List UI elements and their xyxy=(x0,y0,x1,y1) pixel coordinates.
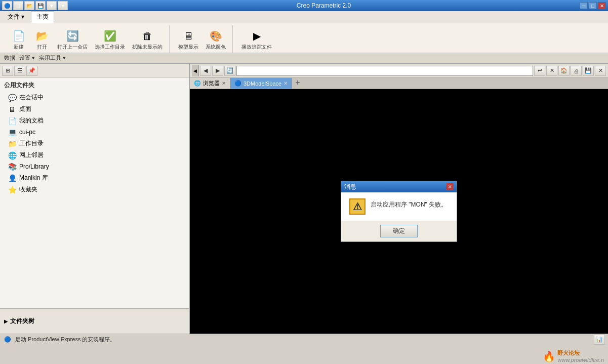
tab-3d-close[interactable]: ✕ xyxy=(283,80,288,86)
menu-home[interactable]: 主页 xyxy=(31,11,54,23)
sidebar-item-session[interactable]: 💬 在会话中 xyxy=(0,92,189,103)
sidebar-item-workdir[interactable]: 📁 工作目录 xyxy=(0,138,189,149)
btn-system-color[interactable]: 🎨 系统颜色 xyxy=(203,26,228,52)
browser-tab-icon: 🌐 xyxy=(194,80,201,87)
dialog-title: 消息 xyxy=(344,183,356,191)
sidebar-pin-btn[interactable]: 📌 xyxy=(26,66,37,76)
btn-playback[interactable]: ▶ 播放追踪文件 xyxy=(239,26,274,52)
main-area: ⊞ ☰ 📌 公用文件夹 💬 在会话中 🖥 桌面 📄 我的文档 💻 cui-pc … xyxy=(0,64,608,334)
maximize-btn[interactable]: □ xyxy=(589,2,597,9)
dropdown-btn[interactable]: ▼ xyxy=(47,1,57,10)
home-btn[interactable]: 🏠 xyxy=(558,66,570,76)
status-action-btn[interactable]: 📊 xyxy=(594,335,605,345)
btn-model-display[interactable]: 🖥 模型显示 xyxy=(176,26,201,52)
sidebar-item-favorites-label: 收藏夹 xyxy=(19,185,37,194)
dialog-box: 消息 ✕ ⚠ 启动应用程序 "MON" 失败。 确定 xyxy=(341,181,457,242)
btn-open[interactable]: 📂 打开 xyxy=(31,26,53,52)
btn-open-label: 打开 xyxy=(37,44,47,50)
close-btn[interactable]: ✕ xyxy=(598,2,606,9)
title-bar-left: 🔵 □ 📂 💾 ▼ ▾ xyxy=(2,1,68,10)
btn-select-dir-label: 选择工作目录 xyxy=(95,44,125,50)
ribbon-group-data: 📄 新建 📂 打开 🔄 打开上一会话 ✅ 选择工作目录 🗑 拭除未显 xyxy=(4,25,170,53)
ribbon-content: 📄 新建 📂 打开 🔄 打开上一会话 ✅ 选择工作目录 🗑 拭除未显 xyxy=(0,23,608,53)
tab-bar: 🌐 浏览器 ✕ 🔵 3DModelSpace ✕ + xyxy=(190,78,608,89)
fire-icon: 🔥 xyxy=(543,350,555,362)
tab-browser[interactable]: 🌐 浏览器 ✕ xyxy=(190,78,230,89)
footer-settings[interactable]: 设置 ▾ xyxy=(19,54,35,62)
ribbon-group-settings: 🖥 模型显示 🎨 系统颜色 xyxy=(172,25,233,53)
menu-bar: 文件 ▾ 主页 xyxy=(0,11,608,23)
sidebar-item-workdir-label: 工作目录 xyxy=(19,139,44,148)
btn-open-last-label: 打开上一会话 xyxy=(57,44,88,50)
print-btn[interactable]: 🖨 xyxy=(571,66,582,76)
app-title: Creo Parametric 2.0 xyxy=(68,2,580,9)
stop-btn[interactable]: ✕ xyxy=(546,66,557,76)
dialog-ok-btn[interactable]: 确定 xyxy=(380,225,418,237)
sidebar: ⊞ ☰ 📌 公用文件夹 💬 在会话中 🖥 桌面 📄 我的文档 💻 cui-pc … xyxy=(0,64,190,334)
save-btn[interactable]: 💾 xyxy=(35,1,46,10)
sidebar-item-manikin[interactable]: 👤 Manikin 库 xyxy=(0,172,189,184)
footer-utils[interactable]: 实用工具 ▾ xyxy=(39,54,66,62)
footer-data[interactable]: 数据 xyxy=(4,54,15,62)
app-icon: 🔵 xyxy=(2,1,12,10)
open-last-icon: 🔄 xyxy=(64,28,80,44)
close-panel-btn[interactable]: ✕ xyxy=(595,66,606,76)
open-btn[interactable]: 📂 xyxy=(24,1,34,10)
btn-model-display-label: 模型显示 xyxy=(178,44,198,50)
forward-btn[interactable]: ▶ xyxy=(212,66,223,76)
right-panel: ◀ ◀ ▶ 🔄 ↩ ✕ 🏠 🖨 💾 ✕ 🌐 浏览器 ✕ 🔵 3DModelSpa… xyxy=(190,64,608,334)
btn-select-dir[interactable]: ✅ 选择工作目录 xyxy=(92,26,128,52)
add-tab-btn[interactable]: + xyxy=(292,78,303,89)
sidebar-item-documents-label: 我的文档 xyxy=(19,116,44,125)
erase-icon: 🗑 xyxy=(139,28,155,44)
status-logo-icon: 🔵 xyxy=(3,335,12,344)
sidebar-item-desktop[interactable]: 🖥 桌面 xyxy=(0,103,189,115)
ribbon-footer: 数据 设置 ▾ 实用工具 ▾ xyxy=(0,53,608,63)
sidebar-item-favorites[interactable]: ⭐ 收藏夹 xyxy=(0,184,189,195)
new-icon: 📄 xyxy=(11,28,27,44)
computer-icon: 💻 xyxy=(8,128,16,136)
sidebar-item-prolibrary[interactable]: 📚 Pro/Library xyxy=(0,161,189,172)
extra-btn[interactable]: ▾ xyxy=(58,1,68,10)
btn-open-last[interactable]: 🔄 打开上一会话 xyxy=(55,26,90,52)
open-icon: 📂 xyxy=(34,28,50,44)
sidebar-item-documents[interactable]: 📄 我的文档 xyxy=(0,115,189,127)
minimize-btn[interactable]: ─ xyxy=(580,2,588,9)
refresh-btn[interactable]: 🔄 xyxy=(224,66,235,76)
sidebar-toolbar: ⊞ ☰ 📌 xyxy=(0,64,189,78)
status-right: 📊 🔥 野火论坛 www.proewildfire.n xyxy=(594,335,605,345)
prolibrary-icon: 📚 xyxy=(8,163,16,171)
go-back-btn[interactable]: ↩ xyxy=(534,66,545,76)
ribbon-buttons-utils: ▶ 播放追踪文件 xyxy=(239,26,274,52)
tab-3dmodelspace[interactable]: 🔵 3DModelSpace ✕ xyxy=(230,78,292,89)
dialog-message: 启动应用程序 "MON" 失败。 xyxy=(371,198,447,209)
browser-toolbar: ◀ ◀ ▶ 🔄 ↩ ✕ 🏠 🖨 💾 ✕ xyxy=(190,64,608,78)
ribbon-buttons-settings: 🖥 模型显示 🎨 系统颜色 xyxy=(176,26,228,52)
sidebar-item-computer[interactable]: 💻 cui-pc xyxy=(0,127,189,138)
sidebar-item-network-label: 网上邻居 xyxy=(19,151,44,159)
ribbon-buttons-data: 📄 新建 📂 打开 🔄 打开上一会话 ✅ 选择工作目录 🗑 拭除未显 xyxy=(8,26,165,52)
back-btn[interactable]: ◀ xyxy=(200,66,211,76)
desktop-icon: 🖥 xyxy=(8,105,16,113)
save-browser-btn[interactable]: 💾 xyxy=(583,66,594,76)
sidebar-folder-label: 公用文件夹 xyxy=(0,78,189,92)
url-bar[interactable] xyxy=(236,66,533,76)
3d-tab-icon: 🔵 xyxy=(234,80,241,87)
brand-name: 野火论坛 xyxy=(557,349,604,357)
tab-browser-close[interactable]: ✕ xyxy=(222,80,226,86)
sidebar-item-prolibrary-label: Pro/Library xyxy=(19,163,49,170)
btn-new[interactable]: 📄 新建 xyxy=(8,26,29,52)
workdir-icon: 📁 xyxy=(8,140,16,148)
dialog-close-btn[interactable]: ✕ xyxy=(447,183,454,190)
new-btn[interactable]: □ xyxy=(13,1,23,10)
sidebar-grid-btn[interactable]: ⊞ xyxy=(2,66,13,76)
dialog-footer: 确定 xyxy=(341,221,457,241)
sidebar-item-network[interactable]: 🌐 网上邻居 xyxy=(0,149,189,161)
sidebar-list-btn[interactable]: ☰ xyxy=(14,66,25,76)
menu-file[interactable]: 文件 ▾ xyxy=(2,11,30,23)
collapse-btn[interactable]: ◀ xyxy=(192,65,199,76)
btn-erase[interactable]: 🗑 拭除未显示的 xyxy=(130,26,165,52)
status-message: 启动 ProductView Express 的安装程序。 xyxy=(15,336,115,343)
tab-3dmodelspace-label: 3DModelSpace xyxy=(244,80,281,87)
dialog-overlay: 消息 ✕ ⚠ 启动应用程序 "MON" 失败。 确定 xyxy=(190,89,608,334)
